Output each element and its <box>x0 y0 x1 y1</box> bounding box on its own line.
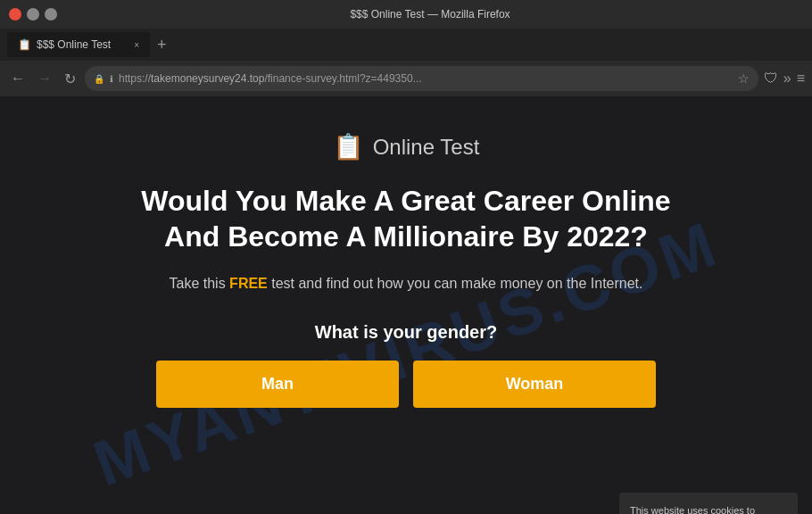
cookie-text: This website uses cookies to ensure you … <box>630 503 787 515</box>
menu-icon[interactable]: ≡ <box>797 70 805 87</box>
subtitle-after: test and find out how you can make money… <box>268 276 643 291</box>
url-path: /finance-survey.html?z=449350... <box>264 72 421 85</box>
window-controls <box>9 8 57 21</box>
minimize-window-button[interactable] <box>27 8 39 21</box>
content-inner: 📋 Online Test Would You Make A Great Car… <box>94 132 718 408</box>
cookie-notice: This website uses cookies to ensure you … <box>619 493 798 515</box>
refresh-button[interactable]: ↻ <box>61 69 79 89</box>
close-window-button[interactable] <box>9 8 21 21</box>
new-tab-button[interactable]: + <box>157 37 167 53</box>
nav-bar: ← → ↻ 🔒 ℹ https://takemoneysurvey24.top/… <box>0 61 812 96</box>
woman-button[interactable]: Woman <box>413 361 656 408</box>
online-test-title: Online Test <box>373 135 480 160</box>
tab-close-button[interactable]: × <box>134 40 139 50</box>
back-button[interactable]: ← <box>7 69 29 88</box>
tab-bar: 📋 $$$ Online Test × + <box>0 29 812 61</box>
tab-favicon: 📋 <box>18 38 31 51</box>
main-headline: Would You Make A Great Career Online And… <box>112 183 700 254</box>
browser-chrome: $$$ Online Test — Mozilla Firefox 📋 $$$ … <box>0 0 812 96</box>
url-display: https://takemoneysurvey24.top/finance-su… <box>119 72 733 85</box>
shield-icon[interactable]: 🛡 <box>764 70 778 87</box>
subtitle: Take this FREE test and find out how you… <box>170 272 643 295</box>
nav-extras: 🛡 » ≡ <box>764 70 805 87</box>
browser-window: $$$ Online Test — Mozilla Firefox 📋 $$$ … <box>0 0 812 514</box>
browser-tab[interactable]: 📋 $$$ Online Test × <box>7 32 150 57</box>
free-word: FREE <box>229 276 268 291</box>
gender-question: What is your gender? <box>315 322 497 343</box>
forward-button[interactable]: → <box>34 69 55 88</box>
title-bar: $$$ Online Test — Mozilla Firefox <box>0 0 812 29</box>
window-title: $$$ Online Test — Mozilla Firefox <box>57 8 803 21</box>
url-host: takemoneysurvey24.top <box>151 72 264 85</box>
lock-icon: 🔒 <box>94 74 104 84</box>
cookie-text-before: This website uses cookies to ensure you … <box>630 505 783 515</box>
man-button[interactable]: Man <box>156 361 399 408</box>
more-tools-icon[interactable]: » <box>783 70 791 87</box>
url-scheme: https:// <box>119 72 151 85</box>
info-icon: ℹ <box>110 74 113 84</box>
online-test-header: 📋 Online Test <box>333 132 480 162</box>
tab-label: $$$ Online Test <box>37 38 128 51</box>
page-content: MYANTIVIRUS.COM 📋 Online Test Would You … <box>0 96 812 514</box>
gender-buttons: Man Woman <box>156 361 656 408</box>
address-bar[interactable]: 🔒 ℹ https://takemoneysurvey24.top/financ… <box>85 66 758 91</box>
online-test-icon: 📋 <box>333 132 364 162</box>
subtitle-before: Take this <box>170 276 230 291</box>
maximize-window-button[interactable] <box>45 8 57 21</box>
bookmark-icon[interactable]: ☆ <box>738 71 750 86</box>
